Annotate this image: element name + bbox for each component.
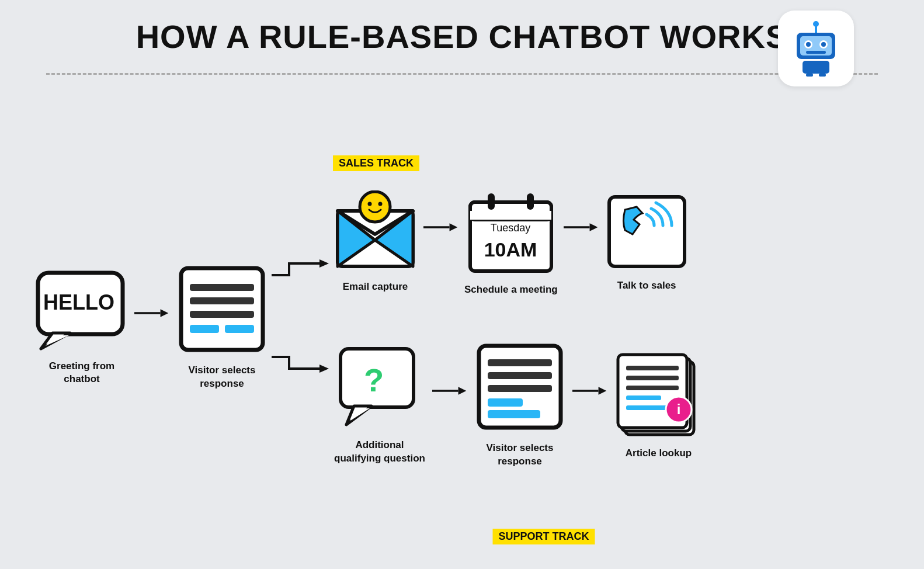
email-icon [333, 190, 418, 272]
svg-rect-19 [190, 284, 254, 291]
svg-rect-8 [806, 51, 826, 54]
svg-text:?: ? [363, 362, 383, 398]
support-track-label-wrapper: SUPPORT TRACK [493, 529, 595, 544]
arrow-4 [432, 382, 467, 400]
arrow-2 [423, 218, 458, 236]
svg-text:Tuesday: Tuesday [491, 222, 530, 234]
email-capture-label: Email capture [343, 280, 408, 293]
chat-bubble-icon: HELLO [35, 270, 128, 352]
phone-icon [605, 192, 689, 271]
svg-marker-43 [589, 224, 598, 232]
question-icon: ? [338, 346, 422, 431]
response-box-2-icon [476, 343, 564, 433]
svg-text:i: i [677, 401, 681, 417]
svg-rect-65 [626, 395, 661, 400]
sales-track: Email capture [333, 188, 704, 296]
visitor-response-2-node: Visitor selects response [473, 343, 567, 467]
support-track: ? Additional qualifying question [333, 343, 704, 467]
section-divider [46, 73, 878, 75]
svg-rect-54 [488, 385, 552, 392]
page-title: HOW A RULE-BASED CHATBOT WORKS [136, 18, 788, 55]
svg-point-7 [821, 42, 826, 47]
svg-rect-53 [488, 372, 552, 379]
svg-rect-22 [190, 325, 219, 333]
svg-rect-39 [527, 193, 534, 210]
svg-point-6 [806, 42, 811, 47]
schedule-meeting-node: Tuesday 10AM Schedule a meeting [464, 188, 558, 296]
svg-marker-25 [319, 365, 329, 373]
svg-rect-55 [488, 398, 523, 407]
svg-rect-52 [488, 359, 552, 366]
svg-rect-10 [806, 74, 813, 77]
svg-rect-20 [190, 297, 254, 304]
email-capture-node: Email capture [333, 190, 418, 293]
svg-point-31 [368, 202, 372, 206]
schedule-meeting-label: Schedule a meeting [464, 283, 558, 296]
svg-point-1 [813, 21, 819, 27]
svg-rect-44 [609, 197, 685, 266]
arrow-1 [134, 304, 169, 322]
sales-track-label: SALES TRACK [333, 155, 419, 171]
svg-point-30 [360, 192, 390, 222]
svg-rect-56 [488, 410, 540, 418]
article-lookup-node: i Article lookup [613, 351, 704, 460]
svg-marker-58 [599, 387, 607, 395]
svg-rect-21 [190, 311, 254, 318]
visitor-response-2-label: Visitor selects response [473, 442, 567, 467]
greeting-node: HELLO Greeting from chatbot [35, 270, 128, 386]
svg-marker-24 [319, 259, 329, 268]
page: HOW A RULE-BASED CHATBOT WORKS [0, 0, 924, 569]
svg-marker-50 [458, 387, 467, 395]
svg-rect-23 [225, 325, 254, 333]
qualifying-question-node: ? Additional qualifying question [333, 346, 426, 464]
svg-rect-37 [470, 211, 551, 220]
greeting-label: Greeting from chatbot [35, 360, 128, 386]
calendar-icon: Tuesday 10AM [466, 188, 556, 275]
qualifying-question-label: Additional qualifying question [333, 439, 426, 464]
svg-text:HELLO: HELLO [43, 290, 114, 314]
svg-point-32 [378, 202, 383, 206]
svg-marker-17 [161, 309, 169, 317]
svg-rect-11 [819, 74, 826, 77]
svg-marker-34 [450, 224, 458, 232]
talk-to-sales-node: Talk to sales [605, 192, 689, 292]
robot-icon [778, 11, 854, 86]
article-icon: i [613, 351, 704, 439]
svg-rect-63 [626, 376, 679, 380]
svg-rect-9 [803, 61, 829, 74]
svg-text:10AM: 10AM [484, 238, 537, 261]
article-lookup-label: Article lookup [626, 447, 692, 460]
visitor-response-1-node: Visitor selects response [175, 265, 269, 390]
main-content: HELLO Greeting from chatbot [0, 86, 924, 569]
visitor-response-1-label: Visitor selects response [175, 364, 269, 390]
arrow-5 [572, 382, 607, 400]
header: HOW A RULE-BASED CHATBOT WORKS [0, 0, 924, 67]
svg-rect-64 [626, 386, 679, 390]
svg-rect-62 [626, 366, 679, 370]
svg-rect-18 [181, 268, 263, 350]
svg-rect-38 [488, 193, 495, 210]
talk-to-sales-label: Talk to sales [617, 279, 676, 292]
response-box-icon [178, 265, 266, 356]
arrow-3 [564, 218, 599, 236]
support-track-label: SUPPORT TRACK [493, 529, 595, 544]
